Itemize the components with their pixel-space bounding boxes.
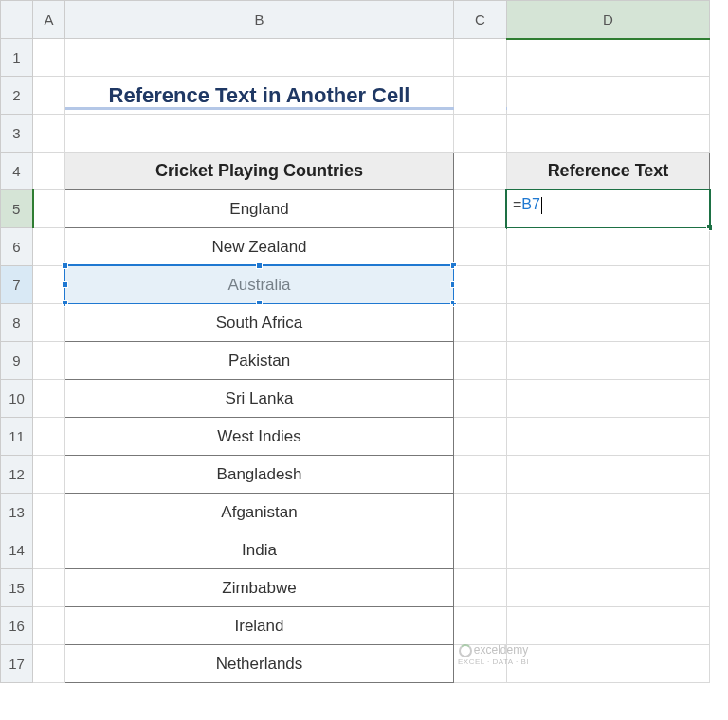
cell-A13[interactable] — [33, 494, 65, 531]
row-header-14[interactable]: 14 — [1, 531, 33, 569]
formula-ref: B7 — [521, 196, 540, 212]
cell-A4[interactable] — [33, 153, 65, 190]
cell-D2[interactable] — [507, 77, 710, 115]
cell-D7[interactable] — [507, 266, 710, 304]
table-header-countries[interactable]: Cricket Playing Countries — [65, 153, 454, 190]
cell-D17[interactable] — [507, 645, 710, 683]
cell-C15[interactable] — [454, 569, 507, 607]
cell-A6[interactable] — [33, 228, 65, 266]
cell-C5[interactable] — [454, 190, 507, 228]
grid-table: A B C D 1 2 Reference Text in Another Ce… — [0, 0, 710, 683]
row-header-3[interactable]: 3 — [1, 115, 33, 153]
cell-B1[interactable] — [65, 39, 454, 77]
col-header-A[interactable]: A — [33, 1, 65, 39]
cell-D11[interactable] — [507, 418, 710, 456]
cell-C14[interactable] — [454, 531, 507, 569]
cell-A17[interactable] — [33, 645, 65, 683]
table-row[interactable]: Zimbabwe — [65, 569, 454, 607]
cell-A9[interactable] — [33, 342, 65, 380]
cell-C1[interactable] — [454, 39, 507, 77]
table-row[interactable]: Bangladesh — [65, 456, 454, 494]
table-row[interactable]: Netherlands — [65, 645, 454, 683]
row-header-15[interactable]: 15 — [1, 569, 33, 607]
table-row[interactable]: Ireland — [65, 607, 454, 645]
cell-C3[interactable] — [454, 115, 507, 153]
cell-D14[interactable] — [507, 531, 710, 569]
table-row[interactable]: India — [65, 531, 454, 569]
spreadsheet: A B C D 1 2 Reference Text in Another Ce… — [0, 0, 728, 683]
cell-A2[interactable] — [33, 77, 65, 115]
cell-A12[interactable] — [33, 456, 65, 494]
row-header-4[interactable]: 4 — [1, 153, 33, 190]
cell-C16[interactable] — [454, 607, 507, 645]
cell-D10[interactable] — [507, 380, 710, 418]
cell-A11[interactable] — [33, 418, 65, 456]
cell-D9[interactable] — [507, 342, 710, 380]
cell-D3[interactable] — [507, 115, 710, 153]
cell-C4[interactable] — [454, 153, 507, 190]
row-header-7[interactable]: 7 — [1, 266, 33, 304]
table-row[interactable]: New Zealand — [65, 228, 454, 266]
page-title[interactable]: Reference Text in Another Cell — [65, 77, 454, 115]
formula-eq: = — [513, 196, 521, 212]
row-header-1[interactable]: 1 — [1, 39, 33, 77]
cell-D6[interactable] — [507, 228, 710, 266]
cell-C6[interactable] — [454, 228, 507, 266]
select-all-corner[interactable] — [1, 1, 33, 39]
row-header-10[interactable]: 10 — [1, 380, 33, 418]
cell-B3[interactable] — [65, 115, 454, 153]
cell-A1[interactable] — [33, 39, 65, 77]
row-header-6[interactable]: 6 — [1, 228, 33, 266]
cell-D12[interactable] — [507, 456, 710, 494]
table-row[interactable]: Pakistan — [65, 342, 454, 380]
cell-D13[interactable] — [507, 494, 710, 531]
cell-D15[interactable] — [507, 569, 710, 607]
cell-A7[interactable] — [33, 266, 65, 304]
row-header-16[interactable]: 16 — [1, 607, 33, 645]
col-header-C[interactable]: C — [454, 1, 507, 39]
col-header-B[interactable]: B — [65, 1, 454, 39]
cell-D5-editing[interactable]: =B7 — [507, 190, 710, 228]
cell-A14[interactable] — [33, 531, 65, 569]
cell-C7[interactable] — [454, 266, 507, 304]
cell-D1[interactable] — [507, 39, 710, 77]
cell-A10[interactable] — [33, 380, 65, 418]
text-cursor — [541, 197, 542, 214]
table-row[interactable]: Australia — [65, 266, 454, 304]
cell-C8[interactable] — [454, 304, 507, 342]
cell-C12[interactable] — [454, 456, 507, 494]
table-header-reference[interactable]: Reference Text — [507, 153, 710, 190]
formula-editor[interactable]: =B7 — [505, 189, 711, 229]
table-row[interactable]: Afganistan — [65, 494, 454, 531]
row-header-17[interactable]: 17 — [1, 645, 33, 683]
cell-D16[interactable] — [507, 607, 710, 645]
table-row[interactable]: West Indies — [65, 418, 454, 456]
cell-C17[interactable] — [454, 645, 507, 683]
row-header-8[interactable]: 8 — [1, 304, 33, 342]
cell-A15[interactable] — [33, 569, 65, 607]
table-row[interactable]: England — [65, 190, 454, 228]
table-row[interactable]: South Africa — [65, 304, 454, 342]
row-header-5[interactable]: 5 — [1, 190, 33, 228]
cell-A16[interactable] — [33, 607, 65, 645]
cell-A5[interactable] — [33, 190, 65, 228]
cell-A8[interactable] — [33, 304, 65, 342]
row-header-9[interactable]: 9 — [1, 342, 33, 380]
row-header-12[interactable]: 12 — [1, 456, 33, 494]
cell-C11[interactable] — [454, 418, 507, 456]
cell-B7-value: Australia — [228, 276, 290, 294]
row-header-13[interactable]: 13 — [1, 494, 33, 531]
cell-C13[interactable] — [454, 494, 507, 531]
cell-A3[interactable] — [33, 115, 65, 153]
row-header-11[interactable]: 11 — [1, 418, 33, 456]
table-row[interactable]: Sri Lanka — [65, 380, 454, 418]
cell-C10[interactable] — [454, 380, 507, 418]
cell-C2[interactable] — [454, 77, 507, 115]
col-header-D[interactable]: D — [507, 1, 710, 39]
cell-C9[interactable] — [454, 342, 507, 380]
row-header-2[interactable]: 2 — [1, 77, 33, 115]
cell-D8[interactable] — [507, 304, 710, 342]
title-text: Reference Text in Another Cell — [109, 83, 410, 107]
